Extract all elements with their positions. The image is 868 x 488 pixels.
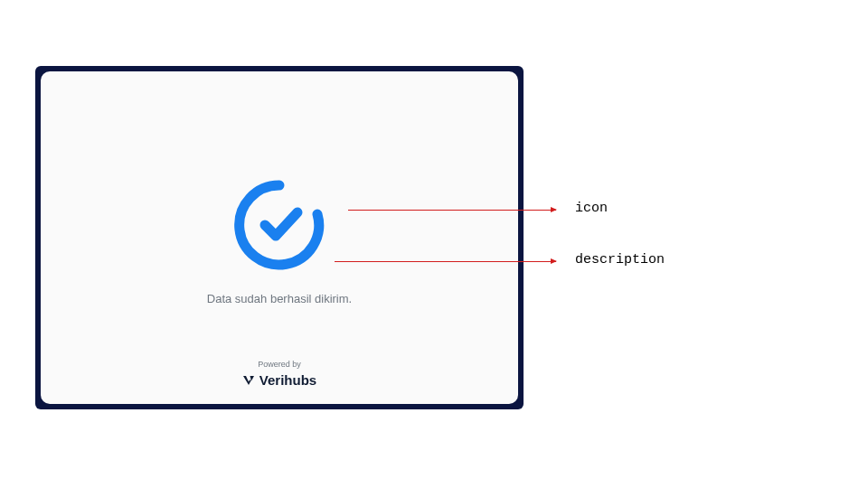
panel-frame: Data sudah berhasil dikirim. Powered by … [35, 66, 524, 409]
powered-by-label: Powered by [258, 360, 301, 369]
description-text: Data sudah berhasil dikirim. [207, 292, 352, 305]
result-panel: Data sudah berhasil dikirim. Powered by … [41, 71, 518, 404]
brand-row: Verihubs [242, 372, 316, 388]
success-check-icon [232, 178, 326, 276]
callout-label-icon: icon [575, 201, 608, 216]
callout-arrow-icon [348, 210, 556, 211]
verihubs-mark-icon [242, 374, 255, 387]
brand-name: Verihubs [259, 372, 316, 388]
callout-arrow-description [335, 261, 556, 262]
callout-label-description: description [575, 252, 665, 267]
diagram-stage: Data sudah berhasil dikirim. Powered by … [0, 0, 868, 488]
panel-footer: Powered by Verihubs [41, 360, 518, 388]
